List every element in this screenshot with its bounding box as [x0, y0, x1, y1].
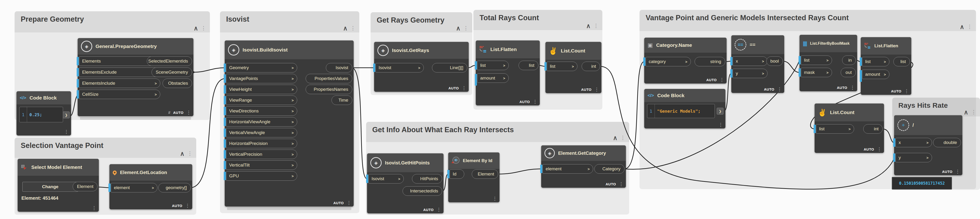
output-port[interactable]: Element [472, 169, 498, 179]
input-connector[interactable] [77, 90, 79, 98]
node-prepare-geometry[interactable]: ◈ General.PrepareGeometry Elements> Elem… [78, 38, 193, 116]
kebab-icon[interactable]: ⋮ [593, 24, 598, 28]
output-port[interactable]: ❯ [717, 108, 724, 114]
node-filter-by-bool-mask[interactable]: |||| List.FilterByBoolMask list> mask> i… [800, 35, 857, 91]
kebab-icon[interactable]: ⋮ [594, 87, 599, 92]
input-connector[interactable] [860, 57, 862, 66]
kebab-icon[interactable]: ⋮ [719, 78, 724, 82]
output-port[interactable]: Isovist [326, 63, 352, 73]
input-port[interactable]: HorizontalPrecision> [226, 139, 297, 148]
input-connector[interactable] [475, 61, 477, 70]
output-port[interactable]: list [519, 61, 538, 70]
output-port[interactable]: PropertiesNames [305, 85, 352, 94]
input-connector[interactable] [893, 138, 895, 147]
kebab-icon[interactable]: ⋮ [877, 147, 881, 151]
kebab-icon[interactable]: ⋮ [463, 26, 468, 30]
output-port[interactable]: ❯ [63, 111, 70, 118]
input-connector[interactable] [224, 85, 226, 94]
input-port[interactable]: element> [111, 183, 158, 192]
input-connector[interactable] [860, 70, 862, 82]
kebab-icon[interactable]: ⋮ [955, 169, 960, 174]
kebab-icon[interactable]: ⋮ [64, 130, 69, 134]
input-port[interactable]: ViewHeight> [226, 85, 297, 94]
kebab-icon[interactable]: ⋮ [186, 110, 191, 114]
input-connector[interactable] [224, 172, 226, 180]
input-port[interactable]: VantagePoints> [226, 74, 297, 83]
input-port[interactable]: x> [733, 56, 768, 66]
node-list-count-2[interactable]: ✌ List.Count list> int AUTO ⋮ [815, 103, 884, 153]
input-port[interactable]: VerticalTilt> [226, 160, 297, 170]
lacing-mode-label[interactable]: AUTO [764, 87, 774, 91]
output-port[interactable]: list [893, 57, 910, 66]
input-connector[interactable] [540, 165, 542, 173]
input-port[interactable]: HorizontalViewAngle> [226, 117, 297, 127]
input-connector[interactable] [799, 68, 801, 77]
node-list-flatten-1[interactable]: List.Flatten list> amount> list AUTO ⋮ [476, 40, 540, 105]
node-list-flatten-2[interactable]: List.Flatten list> amount> list AUTO ⋮ [861, 37, 911, 95]
input-connector[interactable] [475, 74, 477, 86]
output-port[interactable]: int [582, 62, 600, 71]
input-port[interactable]: Isovist> [369, 174, 404, 184]
output-port[interactable]: out [841, 68, 856, 77]
input-port[interactable]: Geometry> [226, 63, 297, 73]
input-port[interactable]: Isovist> [375, 63, 424, 73]
kebab-icon[interactable]: ⋮ [904, 89, 909, 93]
input-connector[interactable] [224, 129, 226, 137]
input-connector[interactable] [224, 117, 226, 126]
output-port[interactable]: double [933, 138, 961, 147]
kebab-icon[interactable]: ⋮ [92, 206, 97, 210]
kebab-icon[interactable]: ⋮ [971, 110, 976, 114]
lacing-mode-label[interactable]: AUTO [706, 78, 717, 82]
collapse-chevron-icon[interactable]: ∧ [194, 26, 198, 30]
input-port[interactable]: list> [801, 56, 832, 65]
output-port[interactable]: int [863, 124, 883, 133]
output-port[interactable]: PropertiesValues [305, 74, 352, 83]
input-port[interactable]: GPU> [226, 171, 297, 181]
node-code-block-1[interactable]: </> Code Block 1 0.25; ❯ ⋮ [16, 91, 71, 135]
node-category-name[interactable]: ▣ Category.Name category> string AUTO ⋮ [644, 38, 727, 84]
input-port[interactable]: element> [542, 164, 593, 174]
input-port[interactable]: CellSize> [79, 90, 160, 99]
lacing-mode-label[interactable]: AUTO [837, 86, 847, 90]
kebab-icon[interactable]: ⋮ [461, 86, 466, 90]
kebab-icon[interactable]: ⋮ [718, 122, 723, 127]
kebab-icon[interactable]: ⋮ [350, 26, 356, 30]
input-port[interactable]: y> [733, 69, 768, 78]
preview-bar[interactable] [80, 117, 191, 120]
collapse-chevron-icon[interactable]: ∧ [613, 135, 617, 140]
input-connector[interactable] [108, 184, 111, 192]
kebab-icon[interactable]: ⋮ [185, 203, 190, 208]
input-connector[interactable] [730, 69, 732, 78]
lacing-mode-label[interactable]: AUTO [333, 201, 344, 205]
output-port[interactable]: Category [594, 164, 624, 174]
output-port[interactable]: in [842, 56, 856, 65]
output-port[interactable]: IntersectedIds [402, 186, 442, 196]
node-equals[interactable]: == == x> y> bool AUTO ⋮ [731, 35, 784, 93]
input-port[interactable]: list> [547, 62, 578, 71]
kebab-icon[interactable]: ⋮ [347, 201, 351, 205]
collapse-chevron-icon[interactable]: ∧ [586, 24, 590, 28]
input-connector[interactable] [224, 150, 226, 159]
input-connector[interactable] [224, 139, 226, 148]
change-button[interactable]: Change [22, 182, 78, 192]
input-port[interactable]: amount> [477, 73, 509, 83]
watch-preview[interactable]: 0.15010500581717452 [892, 177, 952, 190]
input-port[interactable]: VerticalViewAngle> [226, 128, 297, 137]
output-port[interactable]: Time [331, 95, 352, 105]
lacing-mode-label[interactable]: AUTO [173, 111, 183, 114]
input-connector[interactable] [643, 57, 646, 66]
output-port[interactable]: SelectedElementIds [147, 56, 192, 66]
kebab-icon[interactable]: ⋮ [187, 151, 192, 156]
kebab-icon[interactable]: ⋮ [777, 87, 782, 91]
output-port[interactable]: HitPoints [412, 174, 442, 184]
input-port[interactable]: list> [862, 57, 889, 66]
input-connector[interactable] [224, 96, 226, 105]
input-connector[interactable] [799, 56, 801, 65]
input-port[interactable]: ViewDirections> [226, 106, 297, 116]
input-connector[interactable] [77, 68, 79, 76]
input-connector[interactable] [373, 63, 375, 72]
node-element-by-id[interactable]: ID➤ Element By Id Id Element ⋮ [448, 152, 500, 202]
collapse-chevron-icon[interactable]: ∧ [456, 26, 460, 30]
node-divide[interactable]: ÷ / x> y> double AUTO ⋮ [894, 115, 963, 175]
node-isovist-get-rays[interactable]: ◈ Isovist.GetRays Isovist> Line[][] AUTO… [374, 42, 469, 92]
